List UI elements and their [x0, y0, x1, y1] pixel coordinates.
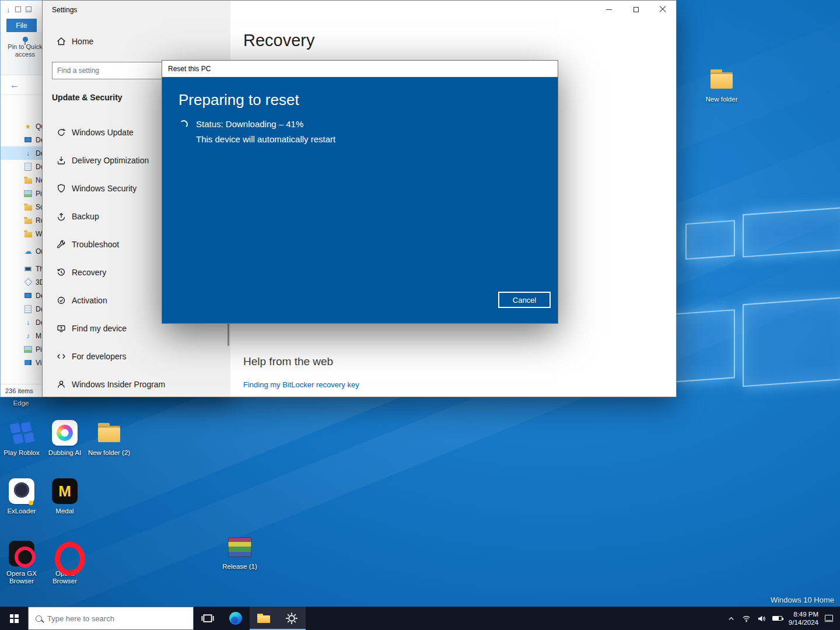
wallpaper-pane [673, 309, 735, 382]
clock-time: 8:49 PM [789, 610, 818, 618]
settings-nav-windows-insider-program[interactable]: Windows Insider Program [43, 370, 230, 397]
back-button[interactable]: ← [10, 80, 19, 90]
edge-icon [229, 612, 242, 625]
volume-icon[interactable] [757, 614, 766, 623]
maximize-button[interactable] [622, 1, 649, 18]
quick-access-toolbar-icon[interactable] [26, 6, 32, 12]
task-view-button[interactable] [194, 607, 222, 630]
desktop-icon-edge[interactable]: Edge [0, 397, 43, 407]
home-icon [57, 37, 66, 46]
desktop-icon-opera-gx[interactable]: Opera GX Browser [0, 540, 44, 585]
dialog-heading: Preparing to reset [178, 91, 299, 109]
desktop-icon-play-roblox[interactable]: Play Roblox [0, 419, 44, 457]
explorer-sidebar-label: M [36, 332, 41, 340]
dubbing-ai-icon [51, 419, 79, 447]
desktop-icon-medal[interactable]: Medal [43, 477, 87, 515]
bitlocker-recovery-link[interactable]: Finding my BitLocker recovery key [243, 380, 359, 389]
desktop-icon-label: Medal [43, 508, 87, 515]
desktop-icon-label: Edge [0, 400, 43, 407]
desktop-icon-new-folder-2[interactable]: New folder (2) [87, 419, 131, 457]
taskbar-explorer-button[interactable] [250, 607, 278, 630]
desktop-icon-label: Opera GX Browser [0, 570, 44, 585]
desktop-icon-exloader[interactable]: ExLoader [0, 477, 44, 515]
play-roblox-icon [5, 416, 38, 450]
activation-icon [57, 296, 66, 305]
desktop-icon-release[interactable]: Release (1) [218, 533, 262, 570]
file-explorer-icon [257, 614, 270, 623]
explorer-sidebar-label: Pi [36, 345, 42, 354]
gear-icon [285, 612, 298, 625]
wallpaper-pane [743, 207, 840, 258]
settings-nav-for-developers[interactable]: For developers [43, 342, 230, 370]
taskbar-search[interactable] [28, 607, 194, 630]
settings-nav-label: Recovery [72, 268, 106, 277]
taskbar-edge-button[interactable] [222, 607, 250, 630]
cancel-button[interactable]: Cancel [498, 292, 551, 308]
folder-icon [24, 203, 32, 211]
search-input[interactable] [47, 614, 181, 623]
show-hidden-icons-button[interactable] [727, 614, 736, 623]
help-from-web-heading: Help from the web [243, 355, 333, 368]
folder-icon [24, 176, 32, 184]
medal-icon [51, 477, 79, 505]
window-title: Settings [52, 6, 77, 14]
cloud-icon [24, 247, 32, 256]
pin-to-quick-access-button[interactable]: Pin to Quick access [2, 34, 48, 73]
explorer-sidebar-label: Vi [36, 359, 41, 367]
taskbar-settings-button[interactable] [278, 607, 306, 630]
close-button[interactable] [649, 1, 676, 18]
settings-nav-label: For developers [72, 352, 126, 361]
opera-gx-icon [8, 540, 36, 568]
system-tray: 8:49 PM 9/14/2024 [727, 607, 840, 630]
dev-icon [57, 352, 66, 361]
settings-nav-label: Delivery Optimization [72, 156, 149, 165]
desktop-icon-label: Play Roblox [0, 449, 44, 457]
picture-icon [24, 190, 32, 198]
document-icon [24, 305, 32, 313]
monitor-icon [24, 292, 32, 300]
delivery-icon [57, 156, 66, 165]
action-center-button[interactable] [825, 615, 833, 622]
quick-access-toolbar-icon[interactable] [15, 6, 21, 12]
explorer-sidebar-label: W [36, 230, 42, 238]
folder-icon [24, 230, 32, 238]
window-controls [596, 1, 676, 18]
music-icon [24, 332, 32, 340]
taskbar-clock[interactable]: 8:49 PM 9/14/2024 [789, 610, 818, 626]
opera-icon [51, 540, 79, 568]
desktop-icon-new-folder[interactable]: New folder [699, 65, 744, 103]
video-icon [24, 359, 32, 367]
settings-nav-label: Windows Insider Program [72, 380, 165, 389]
document-icon [24, 163, 32, 171]
download-icon [24, 318, 32, 327]
progress-spinner-icon [180, 120, 188, 128]
wallpaper-pane [685, 220, 735, 260]
recovery-icon [57, 268, 66, 277]
release-icon [226, 533, 254, 561]
search-icon [36, 615, 42, 622]
page-title: Recovery [243, 31, 315, 50]
desktop-icon-label: New folder [699, 96, 744, 103]
wallpaper-pane [743, 296, 840, 387]
minimize-button[interactable] [596, 1, 622, 18]
new-folder-icon [708, 65, 736, 93]
monitor-icon [24, 136, 32, 144]
desktop-icon-opera[interactable]: Opera Browser [43, 540, 87, 585]
explorer-sidebar-label: Pi [36, 190, 42, 198]
action-center-icon [825, 615, 833, 622]
settings-home-link[interactable]: Home [57, 37, 93, 46]
settings-nav-label: Troubleshoot [72, 240, 119, 249]
network-icon[interactable] [742, 614, 751, 623]
shield-icon [57, 184, 66, 193]
settings-nav-label: Windows Security [72, 184, 136, 193]
file-menu-button[interactable]: File [6, 19, 37, 32]
desktop-icon-dubbing-ai[interactable]: Dubbing AI [43, 419, 87, 457]
battery-icon[interactable] [772, 616, 782, 621]
download-status-text: Status: Downloading – 41% [196, 119, 303, 129]
start-button[interactable] [0, 607, 28, 630]
settings-section-title: Update & Security [52, 93, 123, 102]
exloader-icon [8, 477, 36, 505]
backup-icon [57, 212, 66, 221]
windows-edition-watermark: Windows 10 Home [771, 596, 834, 604]
restart-note: This device will automatically restart [196, 134, 335, 144]
